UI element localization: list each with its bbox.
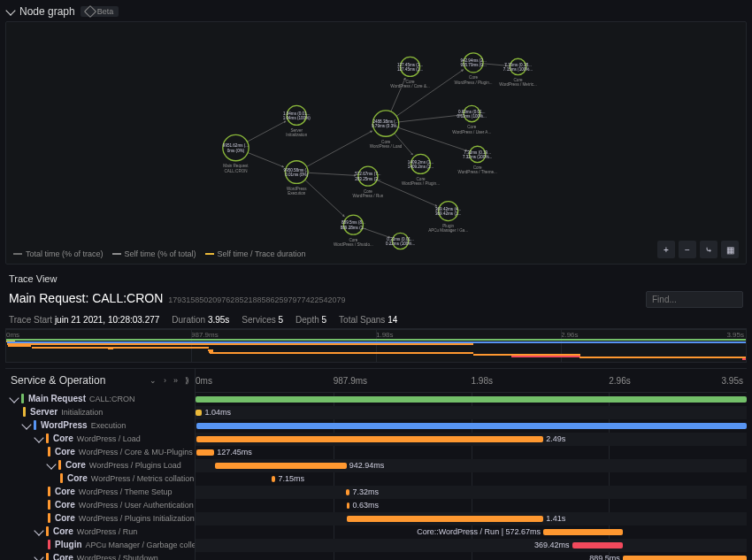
zoom-out-icon[interactable]: − [679, 241, 696, 258]
expand-all-icon[interactable]: ⟫ [185, 376, 189, 385]
legend-item: Self time (% of total) [112, 249, 196, 258]
svg-text:Core: Core [381, 140, 390, 144]
graph-node[interactable]: 889.5ms (8... 889.28ms (1... Core WordPr… [334, 215, 373, 247]
time-tick: 987.9ms [334, 376, 367, 386]
span-row[interactable] [196, 393, 747, 406]
service-color-tick [23, 407, 26, 417]
span-row[interactable]: 127.45ms [196, 446, 747, 459]
span-row[interactable]: 1.04ms [196, 406, 747, 419]
span-row[interactable]: 1.41s [196, 512, 747, 525]
minimap-span [742, 358, 746, 360]
minimap[interactable]: 0ms987.9ms1.98s2.96s3.95s [5, 329, 747, 363]
minimap-span [6, 339, 746, 341]
span-bar[interactable] [215, 463, 347, 469]
graph-node[interactable]: 1.04ms (0.01... 1.04ms (100%) Server Ini… [283, 105, 311, 137]
span-row[interactable]: Core::WordPress / Run | 572.67ms [196, 525, 747, 539]
span-bar[interactable] [572, 542, 624, 548]
svg-text:Plugin: Plugin [442, 224, 454, 228]
span-row[interactable]: 889.5ms [196, 552, 747, 560]
service-operation-header: Service & Operation ⌄ › » ⟫ [5, 369, 195, 392]
trace-meta-item: Depth 5 [295, 315, 326, 325]
graph-edge [247, 121, 286, 142]
zoom-in-icon[interactable]: + [657, 241, 675, 258]
span-row[interactable]: 369.42ms [196, 539, 747, 552]
minimap-tick: 0ms [6, 331, 19, 339]
collapse-one-icon[interactable]: » [173, 376, 178, 385]
service-color-tick [48, 447, 50, 456]
graph-node[interactable]: 369.42ms (4... 369.42ms (1... Plugin APC… [428, 202, 468, 234]
span-bar[interactable] [623, 556, 747, 560]
graph-node[interactable]: 0.22ms (0.01... 0.22ms (100%... [386, 233, 415, 249]
svg-text:Core: Core [514, 78, 523, 82]
search-input[interactable] [646, 291, 743, 308]
graph-node[interactable]: 127.45ms (1... 127.45ms (1... Core WordP… [390, 57, 429, 88]
chevron-down-icon[interactable] [5, 5, 15, 15]
minimap-span [8, 345, 32, 347]
service-row[interactable]: Main RequestCALL:CRON [5, 392, 195, 405]
collapse-all-icon[interactable]: ⌄ [150, 376, 157, 385]
legend: Total time (% of trace)Self time (% of t… [13, 249, 306, 258]
caret-down-icon[interactable] [46, 459, 56, 469]
svg-text:Core: Core [364, 189, 372, 194]
span-row[interactable]: 7.32ms [196, 486, 747, 499]
span-bar[interactable] [196, 423, 747, 429]
graph-node[interactable]: 942.94ms (2... 935.79ms (9... Core WordP… [455, 53, 493, 85]
svg-text:942.94ms (2...: 942.94ms (2... [460, 58, 486, 63]
span-bar[interactable] [346, 489, 349, 495]
span-bar[interactable] [543, 529, 623, 535]
service-row[interactable]: CoreWordPress / Theme Setup [5, 485, 195, 498]
span-row[interactable]: 0.63ms [196, 499, 747, 512]
service-color-tick [48, 513, 50, 523]
graph-node[interactable]: 7.32ms (0.19... 7.32ms (100%... Core Wor… [457, 146, 496, 174]
svg-text:9.79ms (0.3%...: 9.79ms (0.3%... [372, 124, 400, 128]
graph-node[interactable]: 2488.38ms (... 9.79ms (0.3%... Core Word… [370, 111, 403, 149]
span-bar[interactable] [196, 449, 214, 456]
span-row[interactable]: 7.15ms [196, 472, 747, 486]
graph-node[interactable]: 0.63ms (0.01... 0.63ms (100%... Core Wor… [452, 105, 491, 134]
caret-down-icon[interactable] [34, 433, 43, 442]
svg-text:WordPress / Run: WordPress / Run [353, 194, 384, 198]
service-row[interactable]: CoreWordPress / Plugins Initialization [5, 511, 195, 525]
span-bar[interactable] [196, 396, 747, 403]
service-row[interactable]: CoreWordPress / Load [5, 432, 195, 445]
caret-down-icon[interactable] [21, 419, 31, 429]
node-graph-panel[interactable]: 9951.62ms (... 0ms (0%) Main Request CAL… [5, 21, 747, 265]
trace-meta-item: Services 5 [242, 315, 283, 325]
grid-layout-icon[interactable]: ▦ [721, 241, 739, 258]
caret-down-icon[interactable] [9, 393, 19, 403]
service-row[interactable]: CoreWordPress / Plugins Load [5, 458, 195, 472]
svg-text:WordPress / Load: WordPress / Load [370, 144, 403, 149]
span-bar[interactable] [347, 502, 350, 509]
graph-node[interactable]: 9950.58ms (... 0.01ms (0%) WordPress Exe… [284, 161, 310, 196]
expand-one-icon[interactable]: › [164, 376, 166, 385]
span-row[interactable]: 942.94ms [196, 459, 747, 472]
span-bar[interactable] [196, 436, 543, 442]
tree-layout-icon[interactable]: ⤷ [700, 241, 717, 258]
svg-text:Core: Core [417, 177, 426, 181]
legend-item: Total time (% of trace) [13, 249, 104, 258]
service-row[interactable]: CoreWordPress / User Authentication [5, 498, 195, 511]
service-row[interactable]: ServerInitialization [5, 405, 195, 418]
svg-text:Main Request: Main Request [223, 164, 249, 168]
span-bar[interactable] [196, 410, 202, 416]
panel-title: Node graph [19, 5, 75, 18]
graph-edge [399, 115, 462, 122]
span-bar[interactable] [272, 476, 275, 482]
caret-down-icon[interactable] [34, 525, 43, 535]
span-label: 2.49s [546, 434, 565, 443]
graph-node[interactable]: 572.67ms (7... 203.25ms (3... Core WordP… [353, 166, 384, 198]
span-row[interactable]: 2.49s [196, 433, 747, 446]
service-row[interactable]: PluginAPCu Manager / Garbage collection [5, 538, 195, 551]
service-row[interactable]: CoreWordPress / Core & MU-Plugins Load [5, 445, 195, 458]
graph-node[interactable]: 1409.2ms (1... 1409.2ms (1... Core WordP… [402, 154, 440, 186]
graph-node[interactable]: 9951.62ms (... 0ms (0%) Main Request CAL… [223, 134, 249, 173]
graph-node[interactable]: 7.15ms (0.18... 7.15ms (100%... Core Wor… [499, 58, 537, 87]
service-row[interactable]: CoreWordPress / Shutdown [5, 551, 195, 560]
span-bar[interactable] [347, 516, 543, 522]
span-row[interactable] [196, 419, 747, 433]
svg-text:0ms (0%): 0ms (0%) [227, 149, 245, 153]
service-row[interactable]: CoreWordPress / Metrics collation [5, 472, 195, 485]
service-row[interactable]: CoreWordPress / Run [5, 525, 195, 538]
caret-down-icon[interactable] [34, 552, 43, 560]
service-row[interactable]: WordPressExecution [5, 418, 195, 432]
